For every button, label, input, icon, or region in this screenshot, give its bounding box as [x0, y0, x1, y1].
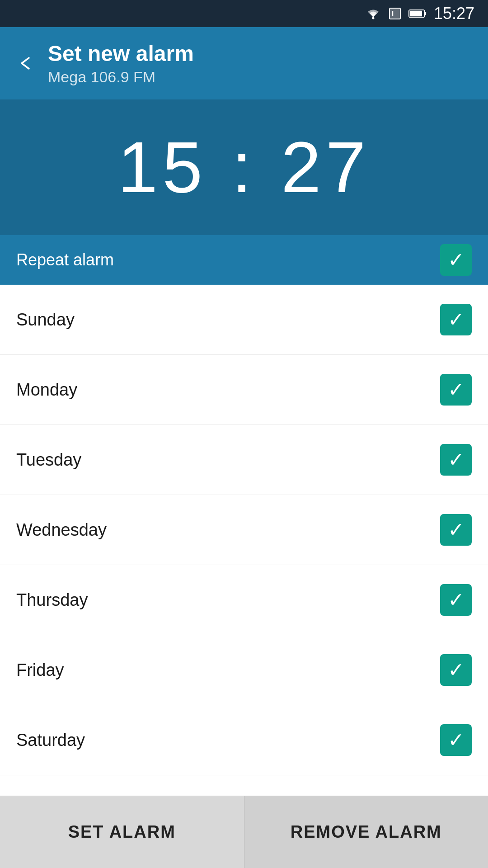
wifi-icon — [365, 7, 381, 20]
day-label-thursday: Thursday — [16, 590, 88, 610]
day-label-saturday: Saturday — [16, 731, 85, 750]
day-row: Friday✓ — [0, 635, 488, 705]
set-alarm-button[interactable]: SET ALARM — [0, 796, 244, 868]
day-label-tuesday: Tuesday — [16, 450, 81, 470]
time-display[interactable]: 15 : 27 — [117, 126, 370, 209]
repeat-alarm-label: Repeat alarm — [16, 250, 114, 269]
day-checkbox-wednesday[interactable]: ✓ — [440, 514, 472, 546]
status-bar: 15:27 — [0, 0, 488, 27]
battery-icon — [408, 9, 427, 19]
day-label-wednesday: Wednesday — [16, 520, 107, 540]
checkmark-icon: ✓ — [448, 310, 465, 330]
days-container: Sunday✓Monday✓Tuesday✓Wednesday✓Thursday… — [0, 285, 488, 868]
day-label-friday: Friday — [16, 660, 64, 680]
time-display-section: 15 : 27 — [0, 99, 488, 235]
day-row: Sunday✓ — [0, 285, 488, 355]
repeat-alarm-row: Repeat alarm ✓ — [0, 235, 488, 285]
svg-point-0 — [372, 17, 374, 19]
checkmark-icon: ✓ — [448, 380, 465, 400]
checkmark-icon: ✓ — [448, 660, 465, 680]
day-checkbox-thursday[interactable]: ✓ — [440, 584, 472, 616]
day-row: Monday✓ — [0, 355, 488, 425]
checkmark-icon: ✓ — [448, 520, 465, 540]
day-label-sunday: Sunday — [16, 310, 75, 330]
day-checkbox-friday[interactable]: ✓ — [440, 654, 472, 686]
day-label-monday: Monday — [16, 380, 77, 400]
day-row: Thursday✓ — [0, 565, 488, 635]
app-bar-text: Set new alarm Mega 106.9 FM — [48, 41, 194, 86]
remove-alarm-button[interactable]: REMOVE ALARM — [244, 796, 488, 868]
bottom-buttons: SET ALARM REMOVE ALARM — [0, 796, 488, 868]
status-time: 15:27 — [434, 4, 474, 23]
app-bar: Set new alarm Mega 106.9 FM — [0, 27, 488, 99]
app-bar-title: Set new alarm — [48, 41, 194, 67]
day-row: Saturday✓ — [0, 705, 488, 775]
days-list: Sunday✓Monday✓Tuesday✓Wednesday✓Thursday… — [0, 285, 488, 775]
day-row: Tuesday✓ — [0, 425, 488, 495]
repeat-alarm-checkbox[interactable]: ✓ — [440, 244, 472, 276]
main-content: Set new alarm Mega 106.9 FM 15 : 27 Repe… — [0, 27, 488, 868]
svg-rect-4 — [410, 11, 422, 17]
svg-rect-5 — [424, 12, 426, 15]
checkmark-icon: ✓ — [448, 450, 465, 470]
signal-icon — [389, 7, 401, 20]
day-checkbox-monday[interactable]: ✓ — [440, 374, 472, 406]
day-checkbox-tuesday[interactable]: ✓ — [440, 444, 472, 476]
app-bar-subtitle: Mega 106.9 FM — [48, 68, 194, 86]
day-checkbox-sunday[interactable]: ✓ — [440, 304, 472, 335]
day-row: Wednesday✓ — [0, 495, 488, 565]
checkmark-icon: ✓ — [448, 730, 465, 750]
back-button[interactable] — [16, 54, 34, 72]
day-checkbox-saturday[interactable]: ✓ — [440, 724, 472, 756]
checkmark-icon: ✓ — [448, 590, 465, 610]
checkmark-icon: ✓ — [448, 250, 465, 270]
svg-rect-1 — [389, 8, 400, 19]
status-icons: 15:27 — [365, 4, 474, 23]
